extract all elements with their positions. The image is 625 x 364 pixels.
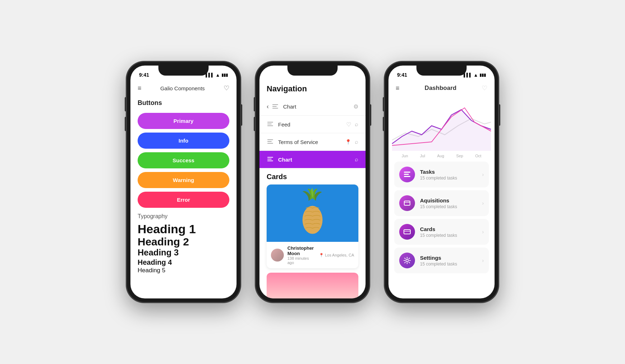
warning-button[interactable]: Warning xyxy=(138,172,229,188)
heading-5: Heading 5 xyxy=(138,267,229,274)
card-1-meta: Christopher Moon 138 minutes ago xyxy=(287,245,315,265)
nav-item-2-actions: ♡ ⌕ xyxy=(346,121,358,128)
back-icon[interactable]: ‹ xyxy=(267,103,269,110)
nav-item-4-label: Chart xyxy=(278,157,355,163)
cards-heading: Cards xyxy=(267,173,358,181)
heart-icon-2[interactable]: ♡ xyxy=(346,121,351,128)
nav-item-2-icon xyxy=(267,121,274,128)
phone-3-content: ≡ Dashboard ♡ xyxy=(388,81,495,298)
btn-warning-row: Warning xyxy=(130,170,237,190)
phones-container: 9:41 ▌▌▌ ▲ ▮▮▮ ≡ Galio Components ♡ Butt… xyxy=(126,61,499,303)
svg-rect-3 xyxy=(267,122,273,123)
dashboard-header: ≡ Dashboard ♡ xyxy=(388,81,495,94)
chart-label-aug: Aug xyxy=(437,154,444,158)
menu-item-tasks[interactable]: Tasks 15 completed tasks › xyxy=(394,162,489,187)
location-icon-card: 📍 xyxy=(319,253,324,258)
typography-heading: Typography xyxy=(138,213,229,220)
error-button[interactable]: Error xyxy=(138,192,229,208)
search-icon-2[interactable]: ⌕ xyxy=(355,121,358,128)
menu-item-cards[interactable]: Cards 15 completed tasks › xyxy=(394,219,489,245)
status-time-3: 9:41 xyxy=(397,72,407,78)
chart-label-sep: Sep xyxy=(456,154,463,158)
settings-sub: 15 completed tasks xyxy=(420,262,477,267)
signal-icon-3: ▌▌▌ xyxy=(464,73,472,77)
heart-icon-header[interactable]: ♡ xyxy=(224,84,229,92)
acq-text: Aquisitions 15 completed tasks xyxy=(420,197,477,209)
chart-label-jul: Jul xyxy=(420,154,425,158)
screen-title-1: Galio Components xyxy=(160,85,205,91)
tasks-title: Tasks xyxy=(420,169,477,175)
heading-2: Heading 2 xyxy=(138,236,229,248)
svg-rect-13 xyxy=(404,172,410,173)
nav-item-3-actions: 📍 ⌕ xyxy=(345,139,358,145)
svg-rect-11 xyxy=(267,161,273,161)
menu-item-settings[interactable]: Settings 15 completed tasks › xyxy=(394,248,489,273)
menu-icon-3[interactable]: ≡ xyxy=(396,85,400,92)
status-icons-1: ▌▌▌ ▲ ▮▮▮ xyxy=(206,72,228,78)
svg-rect-10 xyxy=(267,159,272,159)
battery-icon-3: ▮▮▮ xyxy=(480,73,486,77)
svg-rect-1 xyxy=(272,106,277,107)
info-button[interactable]: Info xyxy=(138,133,229,149)
card-1-avatar xyxy=(271,249,284,262)
wifi-icon: ▲ xyxy=(215,72,220,78)
svg-rect-8 xyxy=(267,143,273,144)
tasks-chevron: › xyxy=(482,172,484,177)
svg-rect-9 xyxy=(267,157,273,158)
cards-text: Cards 15 completed tasks xyxy=(420,226,477,238)
heart-icon-3[interactable]: ♡ xyxy=(482,84,487,92)
signal-icon: ▌▌▌ xyxy=(206,73,214,77)
svg-rect-0 xyxy=(272,104,278,105)
nav-item-feed[interactable]: Feed ♡ ⌕ xyxy=(259,116,366,133)
svg-rect-18 xyxy=(404,231,410,232)
btn-info-row: Info xyxy=(130,131,237,150)
gear-icon-1[interactable]: ⚙ xyxy=(353,103,358,110)
nav-item-1-icon xyxy=(272,103,279,110)
phone-1: 9:41 ▌▌▌ ▲ ▮▮▮ ≡ Galio Components ♡ Butt… xyxy=(126,61,241,303)
nav-item-2-label: Feed xyxy=(278,121,346,128)
status-time-1: 9:41 xyxy=(139,72,149,78)
primary-button[interactable]: Primary xyxy=(138,113,229,129)
cards-title: Cards xyxy=(420,226,477,232)
menu-item-acquisitions[interactable]: Aquisitions 15 completed tasks › xyxy=(394,190,489,216)
svg-rect-2 xyxy=(272,108,278,109)
acq-sub: 15 completed tasks xyxy=(420,204,477,209)
phone-1-content: ≡ Galio Components ♡ Buttons Primary Inf… xyxy=(130,81,237,298)
svg-rect-7 xyxy=(267,141,272,142)
cards-icon-circle xyxy=(399,224,415,240)
phone1-header: ≡ Galio Components ♡ xyxy=(130,81,237,96)
nav-item-chart-back[interactable]: ‹ Chart ⚙ xyxy=(259,98,366,116)
search-icon-3[interactable]: ⌕ xyxy=(355,139,358,145)
svg-point-19 xyxy=(406,259,409,262)
nav-item-chart-active[interactable]: Chart ⌕ xyxy=(259,151,366,168)
phone-3: 9:41 ▌▌▌ ▲ ▮▮▮ ≡ Dashboard ♡ xyxy=(384,61,499,303)
location-icon-3[interactable]: 📍 xyxy=(345,139,351,145)
dashboard-title: Dashboard xyxy=(425,85,457,92)
svg-rect-16 xyxy=(404,201,410,205)
menu-icon[interactable]: ≡ xyxy=(138,85,142,92)
card-1[interactable]: Christopher Moon 138 minutes ago 📍 Los A… xyxy=(267,185,358,268)
svg-rect-4 xyxy=(267,124,272,124)
success-button[interactable]: Success xyxy=(138,152,229,168)
chart-label-oct: Oct xyxy=(475,154,481,158)
notch-2 xyxy=(287,66,338,76)
heading-4: Heading 4 xyxy=(138,258,229,267)
heading-1: Heading 1 xyxy=(138,222,229,236)
cards-section: Cards xyxy=(259,168,366,298)
acq-title: Aquisitions xyxy=(420,197,477,203)
battery-icon: ▮▮▮ xyxy=(221,73,228,77)
search-icon-4[interactable]: ⌕ xyxy=(355,156,358,163)
typography-section: Typography Heading 1 Heading 2 Heading 3… xyxy=(130,210,237,274)
settings-chevron: › xyxy=(482,258,484,263)
card-1-image xyxy=(267,185,358,242)
nav-item-3-icon xyxy=(267,138,274,145)
tasks-text: Tasks 15 completed tasks xyxy=(420,169,477,181)
chart-labels: Jun Jul Aug Sep Oct xyxy=(392,154,491,158)
acq-chevron: › xyxy=(482,200,484,206)
nav-item-tos[interactable]: Terms of Service 📍 ⌕ xyxy=(259,133,366,151)
card-1-author: Christopher Moon xyxy=(287,245,315,256)
line-chart-area: Jun Jul Aug Sep Oct xyxy=(388,94,495,158)
card-1-location: 📍 Los Angeles, CA xyxy=(319,253,354,258)
nav-screen-title: Navigation xyxy=(259,81,366,98)
card-2-preview xyxy=(267,273,358,298)
